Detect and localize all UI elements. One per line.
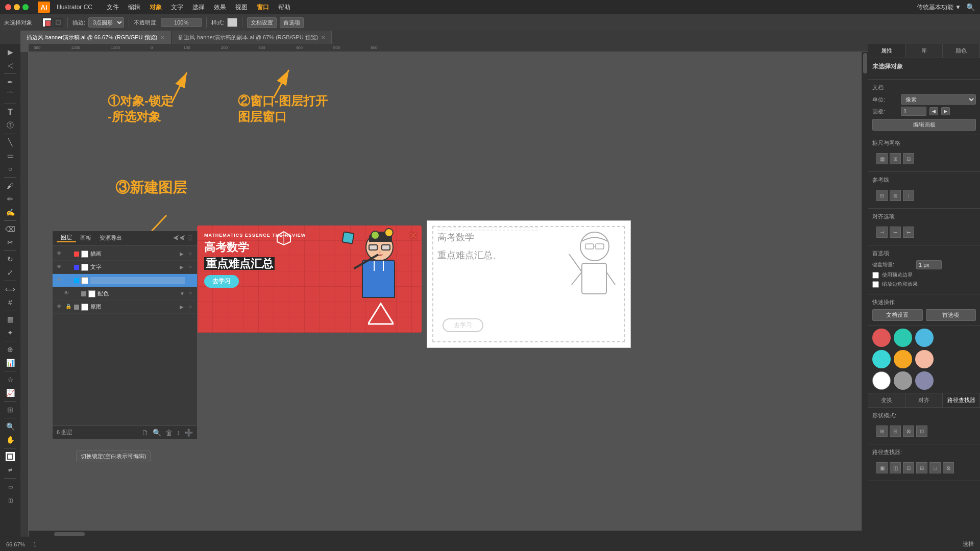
fill-color-swatch[interactable] bbox=[5, 452, 15, 462]
align-left-icon[interactable]: ⊣ bbox=[876, 227, 888, 238]
preferences-button[interactable]: 首选项 bbox=[280, 17, 304, 28]
layer-vis-text[interactable]: ○ bbox=[187, 264, 194, 271]
layer-name-input[interactable] bbox=[90, 277, 185, 284]
board-nav-right[interactable]: ▶ bbox=[941, 107, 950, 115]
add-layer-button[interactable]: ➕ bbox=[184, 429, 193, 437]
swatch-white[interactable] bbox=[872, 371, 891, 390]
menu-window[interactable]: 窗口 bbox=[257, 3, 269, 12]
rotate-tool[interactable]: ↻ bbox=[3, 253, 17, 265]
menu-edit[interactable]: 编辑 bbox=[128, 3, 140, 12]
minus-front-icon[interactable]: ⊟ bbox=[890, 425, 901, 437]
swatch-teal[interactable] bbox=[894, 329, 912, 347]
layer-vis-original[interactable]: ○ bbox=[187, 304, 194, 311]
layer-vis-colors[interactable]: ○ bbox=[187, 290, 194, 297]
quick-doc-settings[interactable]: 文档设置 bbox=[872, 309, 923, 321]
intersect-icon[interactable]: ⊠ bbox=[903, 425, 914, 437]
divide-icon[interactable]: ▣ bbox=[876, 462, 888, 473]
close-button[interactable] bbox=[5, 4, 11, 10]
guide-icon-2[interactable]: ⊠ bbox=[890, 190, 901, 201]
layer-lock-original[interactable]: 🔒 bbox=[65, 304, 72, 311]
panel-tab-boards[interactable]: 画板 bbox=[76, 234, 95, 242]
style-swatch[interactable] bbox=[227, 18, 237, 27]
layer-row-original[interactable]: 👁 🔒 原图 ▶ ○ bbox=[53, 300, 197, 314]
swatch-cyan[interactable] bbox=[872, 350, 891, 368]
banner-learn-button[interactable]: 去学习 bbox=[204, 275, 239, 288]
menu-type[interactable]: 文字 bbox=[171, 3, 183, 12]
search-icon[interactable]: 🔍 bbox=[966, 3, 975, 11]
scrollbar-horizontal[interactable] bbox=[29, 531, 862, 537]
new-layer-button[interactable]: 🗋 bbox=[141, 429, 149, 437]
right-tab-library[interactable]: 库 bbox=[905, 44, 943, 58]
symbol-tool[interactable]: ☆ bbox=[3, 373, 17, 386]
layer-eye-text[interactable]: 👁 bbox=[56, 264, 63, 271]
layer-row-editing[interactable]: 👁 ○ bbox=[53, 274, 197, 287]
type-tool[interactable]: T bbox=[3, 106, 17, 118]
align-center-icon[interactable]: ⊢ bbox=[890, 227, 901, 238]
unite-icon[interactable]: ⊞ bbox=[876, 425, 888, 437]
layer-lock-editing[interactable] bbox=[65, 277, 72, 284]
column-graph-tool[interactable]: 📈 bbox=[3, 387, 17, 399]
draw-behind[interactable]: ◫ bbox=[3, 494, 17, 506]
layer-expand-text[interactable]: ▶ bbox=[180, 264, 185, 270]
align-tab[interactable]: 对齐 bbox=[905, 393, 943, 407]
layer-expand-original[interactable]: ▶ bbox=[180, 304, 185, 310]
path-finder-tab[interactable]: 路径查找器 bbox=[943, 393, 980, 407]
pen-tool[interactable]: ✒ bbox=[3, 76, 17, 88]
layer-eye-colors[interactable]: 👁 bbox=[63, 290, 70, 297]
transform-tab[interactable]: 变换 bbox=[868, 393, 905, 407]
layer-eye-editing[interactable]: 👁 bbox=[56, 277, 63, 284]
stroke-swatch[interactable] bbox=[54, 18, 63, 27]
move-layer-button[interactable]: ↕ bbox=[177, 429, 180, 437]
menu-help[interactable]: 帮助 bbox=[278, 3, 290, 12]
scrollbar-vertical[interactable] bbox=[862, 52, 868, 537]
merge-icon[interactable]: ⊡ bbox=[903, 462, 914, 473]
chart-tool[interactable]: 📊 bbox=[3, 357, 17, 369]
layer-expand-colors[interactable]: ▼ bbox=[180, 291, 185, 296]
zoom-level[interactable]: 66.67% bbox=[6, 541, 25, 547]
swatch-purple-gray[interactable] bbox=[915, 371, 934, 390]
blob-brush-tool[interactable]: ✏ bbox=[3, 193, 17, 205]
shape-selector[interactable]: 3点圆形 bbox=[88, 17, 124, 28]
grid-icon-3[interactable]: ⊟ bbox=[903, 153, 914, 164]
layer-lock-draw[interactable] bbox=[65, 251, 72, 258]
menu-select[interactable]: 选择 bbox=[192, 3, 205, 12]
edit-board-button[interactable]: 编辑画板 bbox=[872, 119, 976, 131]
layer-vis-draw[interactable]: ○ bbox=[187, 251, 194, 258]
swatch-gray[interactable] bbox=[894, 371, 912, 390]
guide-icon-3[interactable]: ⋮ bbox=[903, 190, 914, 201]
panel-menu-icon[interactable]: ☰ bbox=[187, 235, 193, 242]
panel-tab-assets[interactable]: 资源导出 bbox=[95, 234, 126, 242]
direct-select-tool[interactable]: ◁ bbox=[3, 59, 17, 71]
layer-eye-original[interactable]: 👁 bbox=[56, 304, 63, 311]
layer-lock-colors[interactable] bbox=[72, 290, 79, 297]
menu-object[interactable]: 对象 bbox=[150, 3, 162, 12]
artboard-tool[interactable]: ⊞ bbox=[3, 404, 17, 416]
zoom-tool[interactable]: 🔍 bbox=[3, 420, 17, 433]
scale-checkbox[interactable] bbox=[872, 281, 879, 288]
align-right-icon[interactable]: ⊢ bbox=[903, 227, 914, 238]
tab-1[interactable]: 插边风-banner演示稿.ai @ 66.67% (RGB/GPU 预览) ✕ bbox=[20, 31, 171, 44]
keyboard-input[interactable] bbox=[916, 260, 942, 269]
right-tab-color[interactable]: 颜色 bbox=[943, 44, 980, 58]
maximize-button[interactable] bbox=[22, 4, 29, 10]
tab-2-close[interactable]: ✕ bbox=[321, 35, 325, 40]
curvature-tool[interactable]: ⌒ bbox=[3, 89, 17, 102]
paintbrush-tool[interactable]: 🖌 bbox=[3, 180, 17, 192]
layer-row-text[interactable]: 👁 文字 ▶ ○ bbox=[53, 261, 197, 274]
pencil-tool[interactable]: ✍ bbox=[3, 206, 17, 218]
layer-expand-draw[interactable]: ▶ bbox=[180, 251, 185, 257]
ellipse-tool[interactable]: ○ bbox=[3, 163, 17, 175]
exclude-icon[interactable]: ⊡ bbox=[916, 425, 927, 437]
grid-icon-2[interactable]: ⊞ bbox=[890, 153, 901, 164]
scissor-tool[interactable]: ✂ bbox=[3, 236, 17, 248]
layer-row-draw[interactable]: 👁 描画 ▶ ○ bbox=[53, 247, 197, 261]
board-input[interactable] bbox=[901, 107, 926, 116]
swatch-orange[interactable] bbox=[894, 350, 912, 368]
tab-2[interactable]: 插边风-banner演示稿的副本.ai @ 67% (RGB/GPU 预览) ✕ bbox=[172, 31, 332, 44]
menu-file[interactable]: 文件 bbox=[107, 3, 119, 12]
guide-icon-1[interactable]: ⊟ bbox=[876, 190, 888, 201]
selection-tool[interactable]: ▶ bbox=[3, 46, 17, 58]
preview-checkbox[interactable] bbox=[872, 272, 879, 279]
scale-tool[interactable]: ⤢ bbox=[3, 266, 17, 279]
layer-row-colors[interactable]: 👁 配色 ▼ ○ bbox=[53, 287, 197, 300]
